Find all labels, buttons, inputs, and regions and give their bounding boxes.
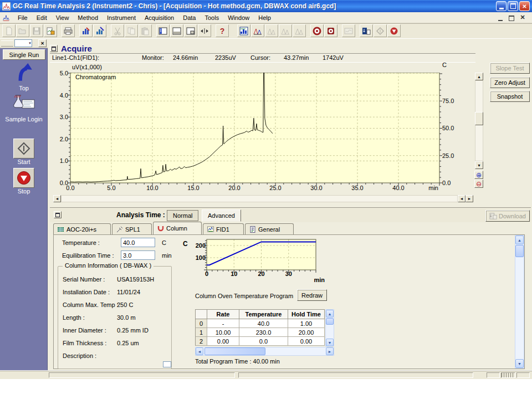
tab-fid1[interactable]: FID1 [203, 223, 244, 234]
download-button[interactable]: Download [485, 210, 530, 222]
mdi-minimize-button[interactable] [497, 14, 504, 21]
view-output-window-button[interactable] [170, 24, 183, 37]
new-document-button[interactable] [2, 24, 16, 37]
scroll-up-icon[interactable]: ▲ [515, 236, 524, 244]
chart-hscroll-track[interactable] [61, 195, 458, 202]
menu-method[interactable]: Method [73, 13, 103, 22]
zoom-in-icon[interactable]: ⊕ [474, 171, 483, 179]
tab-column[interactable]: Column [153, 222, 202, 234]
grip-handle[interactable] [1, 40, 13, 47]
tab-aoc-20i-s[interactable]: AOC-20i+s [53, 223, 111, 234]
close-button[interactable]: ✕ [519, 1, 530, 11]
sidebar-item-stop[interactable]: Stop [0, 168, 48, 195]
batch-wizard-button[interactable] [93, 24, 106, 37]
table-cell[interactable]: 20.00 [288, 328, 325, 337]
menu-instrument[interactable]: Instrument [103, 13, 140, 22]
method-vscroll[interactable]: ▲ ▼ [515, 235, 524, 369]
table-cell[interactable]: 0.00 [207, 337, 239, 346]
tab-advanced[interactable]: Advanced [202, 209, 241, 222]
table-cell[interactable]: 230.0 [239, 328, 288, 337]
chart-pan-left-icon[interactable]: ◄ [458, 195, 466, 202]
single-run-header[interactable]: Single Run [3, 49, 45, 60]
chart-scroll-down-icon[interactable]: ▼ [475, 161, 483, 169]
swap-panes-button[interactable] [198, 24, 211, 37]
menu-edit[interactable]: Edit [32, 13, 52, 22]
redraw-button[interactable]: Redraw [297, 289, 327, 301]
open-file-button[interactable] [16, 24, 29, 37]
scroll-up-icon[interactable]: ▲ [326, 310, 334, 318]
method-vscroll-thumb[interactable] [515, 245, 524, 257]
menu-acquisition[interactable]: Acquisition [140, 13, 178, 22]
scroll-down-icon[interactable]: ▼ [515, 359, 524, 368]
copy-button[interactable] [125, 24, 138, 37]
peak-report-3-button[interactable] [279, 24, 292, 37]
slope-test-button[interactable]: Slope Test [490, 63, 530, 74]
menu-file[interactable]: File [13, 13, 32, 22]
snapshot-button[interactable]: Snapshot [490, 91, 530, 102]
cut-button[interactable] [111, 24, 124, 37]
table-cell[interactable]: - [207, 319, 239, 328]
description-field-edge[interactable] [163, 361, 171, 367]
open-report-button[interactable] [44, 24, 57, 37]
scroll-down-icon[interactable]: ▼ [326, 339, 334, 346]
temperature-input[interactable] [121, 238, 155, 247]
paste-button[interactable] [139, 24, 152, 37]
minimize-button[interactable] [496, 1, 507, 11]
table-cell[interactable]: 0.0 [239, 337, 288, 346]
chromatogram-plot[interactable] [63, 73, 445, 191]
method-restore-icon[interactable] [54, 211, 62, 218]
peak-report-2-button[interactable] [265, 24, 278, 37]
sidebar-item-top[interactable]: Top [0, 62, 48, 92]
scroll-right-icon[interactable]: ► [326, 347, 334, 355]
menu-tools[interactable]: Tools [200, 13, 223, 22]
column-header: Hold Time [288, 309, 325, 319]
method-wizard-button[interactable] [79, 24, 93, 37]
download-method-button[interactable] [360, 24, 373, 37]
assistant-close-icon[interactable]: ✕ [38, 39, 47, 47]
print-button[interactable] [62, 24, 75, 37]
chromatogram-view-button[interactable] [237, 24, 250, 37]
tab-normal[interactable]: Normal [167, 210, 198, 221]
tab-spl1[interactable]: SPL1 [112, 223, 152, 234]
table-vscroll-thumb[interactable] [326, 318, 334, 325]
zero-adjust-button[interactable]: Zero Adjust [490, 77, 530, 88]
chart-scroll-left-icon[interactable]: ◄ [53, 195, 61, 202]
acquire-restore-icon[interactable] [50, 45, 58, 52]
equilibration-input[interactable] [121, 250, 155, 260]
view-child-window-button[interactable] [184, 24, 197, 37]
table-cell[interactable]: 1.00 [288, 319, 325, 328]
chart-pan-right-icon[interactable]: ► [466, 195, 473, 202]
scroll-left-icon[interactable]: ◄ [196, 347, 203, 355]
save-file-button[interactable] [30, 24, 43, 37]
baseline-monitor-button[interactable] [342, 24, 355, 37]
mdi-restore-button[interactable] [508, 14, 515, 21]
assistant-dropdown[interactable]: ▼ [14, 39, 32, 47]
chart-scroll-up-icon[interactable]: ▲ [475, 73, 483, 80]
table-hscroll[interactable]: ◄► [195, 347, 334, 356]
menu-view[interactable]: View [52, 13, 74, 22]
peak-report-4-button[interactable] [293, 24, 306, 37]
system-off-button[interactable] [324, 24, 337, 37]
stop-run-button[interactable] [387, 24, 401, 37]
restore-button[interactable] [508, 1, 518, 11]
menu-data[interactable]: Data [178, 13, 200, 22]
table-vscroll[interactable]: ▲▼ [325, 309, 334, 346]
system-on-button[interactable] [310, 24, 324, 37]
tab-general[interactable]: General [245, 223, 294, 234]
sidebar-item-start[interactable]: Start [0, 139, 48, 166]
start-run-button[interactable] [374, 24, 387, 37]
sidebar-item-sample-login[interactable]: Sample Login [0, 94, 48, 123]
table-hscroll-thumb[interactable] [204, 347, 265, 355]
menu-window[interactable]: Window [223, 13, 254, 22]
table-cell[interactable]: 40.0 [239, 319, 288, 328]
help-button[interactable]: ? [216, 24, 229, 37]
peak-report-button[interactable] [251, 24, 264, 37]
chart-vscroll-thumb[interactable] [475, 112, 483, 125]
table-cell[interactable]: 10.00 [207, 328, 239, 337]
mdi-close-button[interactable]: ✕ [519, 14, 526, 21]
zoom-out-icon[interactable]: ⊖ [474, 180, 483, 188]
view-assistant-bar-button[interactable] [156, 24, 170, 37]
table-cell[interactable]: 0.00 [288, 337, 325, 346]
oven-program-plot[interactable] [200, 237, 327, 282]
menu-help[interactable]: Help [254, 13, 275, 22]
